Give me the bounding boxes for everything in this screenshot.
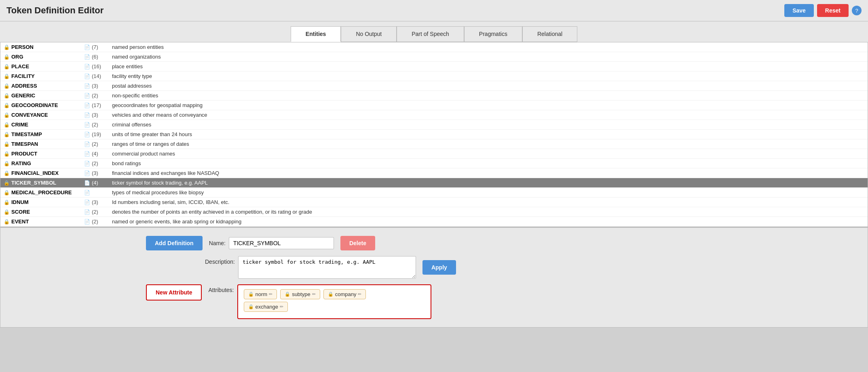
- attribute-row-1: 🔒 norm ✏ 🔒 subtype ✏ 🔒 company ✏: [244, 289, 425, 299]
- attr-lock-icon: 🔒: [248, 292, 254, 297]
- lock-icon: 🔒: [4, 151, 10, 157]
- entity-name: TICKER_SYMBOL: [11, 180, 84, 186]
- tab-pragmatics[interactable]: Pragmatics: [464, 26, 522, 42]
- lock-icon: 🔒: [4, 112, 10, 118]
- name-input[interactable]: [229, 237, 334, 249]
- save-button[interactable]: Save: [784, 4, 814, 17]
- entity-name: CONVEYANCE: [11, 112, 84, 118]
- entity-name: CRIME: [11, 122, 84, 128]
- attribute-row-2: 🔒 exchange ✏: [244, 302, 425, 312]
- bottom-row-inner-2: Description: Apply: [146, 256, 456, 279]
- table-row[interactable]: 🔒 TIMESTAMP 📄 (19) units of time greater…: [0, 130, 868, 139]
- entity-description: named organizations: [112, 54, 864, 60]
- bottom-row-2: Description: Apply: [0, 256, 868, 279]
- table-row[interactable]: 🔒 EVENT 📄 (2) named or generic events, l…: [0, 217, 868, 227]
- attr-name: subtype: [292, 291, 310, 297]
- entity-count: (3): [92, 83, 112, 89]
- entity-name: TIMESTAMP: [11, 131, 84, 137]
- entity-description: commercial product names: [112, 151, 864, 157]
- tab-relational[interactable]: Relational: [522, 26, 577, 42]
- attr-name: company: [335, 291, 357, 297]
- attributes-box: 🔒 norm ✏ 🔒 subtype ✏ 🔒 company ✏ 🔒 excha…: [237, 284, 431, 319]
- entity-description: geocoordinates for geospatial mapping: [112, 102, 864, 108]
- doc-icon: 📄: [84, 180, 90, 186]
- entity-description: postal addresses: [112, 83, 864, 89]
- reset-button[interactable]: Reset: [817, 4, 849, 17]
- entity-list[interactable]: 🔒 PERSON 📄 (7) named person entities 🔒 O…: [0, 42, 868, 227]
- doc-icon: 📄: [84, 122, 90, 128]
- attr-edit-icon[interactable]: ✏: [280, 304, 283, 309]
- bottom-row2-inner: New Attribute Attributes: 🔒 norm ✏ 🔒 sub…: [146, 284, 431, 319]
- help-button[interactable]: ?: [852, 6, 862, 15]
- entity-name: ADDRESS: [11, 83, 84, 89]
- table-row[interactable]: 🔒 PLACE 📄 (16) place entities: [0, 62, 868, 71]
- table-row[interactable]: 🔒 MEDICAL_PROCEDURE 📄 types of medical p…: [0, 188, 868, 198]
- tab-part-of-speech[interactable]: Part of Speech: [397, 26, 464, 42]
- entity-count: (4): [92, 180, 112, 186]
- table-row[interactable]: 🔒 IDNUM 📄 (3) Id numbers including seria…: [0, 198, 868, 207]
- tabs-bar: EntitiesNo OutputPart of SpeechPragmatic…: [0, 21, 868, 42]
- attribute-tag[interactable]: 🔒 company ✏: [323, 289, 366, 299]
- doc-icon: 📄: [84, 64, 90, 69]
- entity-count: (3): [92, 199, 112, 205]
- lock-icon: 🔒: [4, 103, 10, 108]
- entity-description: non-specific entities: [112, 92, 864, 99]
- table-row[interactable]: 🔒 PERSON 📄 (7) named person entities: [0, 42, 868, 52]
- entity-name: GEOCOORDINATE: [11, 102, 84, 108]
- doc-icon: 📄: [84, 132, 90, 137]
- attr-edit-icon[interactable]: ✏: [358, 292, 361, 297]
- lock-icon: 🔒: [4, 83, 10, 89]
- table-row[interactable]: 🔒 CONVEYANCE 📄 (3) vehicles and other me…: [0, 110, 868, 120]
- attr-edit-icon[interactable]: ✏: [312, 292, 316, 297]
- table-row[interactable]: 🔒 SCORE 📄 (2) denotes the number of poin…: [0, 207, 868, 217]
- attribute-tag[interactable]: 🔒 norm ✏: [244, 289, 277, 299]
- entity-name: MEDICAL_PROCEDURE: [11, 189, 84, 195]
- entity-description: Id numbers including serial, sim, ICCID,…: [112, 199, 864, 205]
- attribute-tag[interactable]: 🔒 exchange ✏: [244, 302, 288, 312]
- table-row[interactable]: 🔒 TIMESPAN 📄 (2) ranges of time or range…: [0, 139, 868, 149]
- entity-count: (2): [92, 209, 112, 215]
- entity-name: PRODUCT: [11, 151, 84, 157]
- main-area: 🔒 PERSON 📄 (7) named person entities 🔒 O…: [0, 42, 868, 372]
- entity-description: named person entities: [112, 44, 864, 50]
- attr-edit-icon[interactable]: ✏: [269, 292, 272, 297]
- doc-icon: 📄: [84, 200, 90, 205]
- table-row[interactable]: 🔒 FINANCIAL_INDEX 📄 (3) financial indice…: [0, 168, 868, 178]
- table-row[interactable]: 🔒 CRIME 📄 (2) criminal offenses: [0, 120, 868, 130]
- entity-count: (3): [92, 170, 112, 176]
- entity-count: (2): [92, 160, 112, 166]
- table-row[interactable]: 🔒 RATING 📄 (2) bond ratings: [0, 159, 868, 168]
- tab-entities[interactable]: Entities: [291, 26, 341, 42]
- tab-no-output[interactable]: No Output: [341, 26, 397, 42]
- lock-icon: 🔒: [4, 54, 10, 60]
- attr-lock-icon: 🔒: [328, 292, 334, 297]
- table-row[interactable]: 🔒 TICKER_SYMBOL 📄 (4) ticker symbol for …: [0, 178, 868, 188]
- attribute-tag[interactable]: 🔒 subtype ✏: [280, 289, 320, 299]
- entity-description: criminal offenses: [112, 122, 864, 128]
- add-definition-button[interactable]: Add Definition: [146, 236, 203, 250]
- entity-count: (4): [92, 151, 112, 157]
- entity-description: denotes the number of points an entity a…: [112, 209, 864, 215]
- new-attribute-button[interactable]: New Attribute: [146, 284, 202, 301]
- entity-count: (7): [92, 44, 112, 50]
- entity-count: (16): [92, 63, 112, 69]
- doc-icon: 📄: [84, 54, 90, 60]
- apply-button[interactable]: Apply: [422, 260, 456, 275]
- entity-description: place entities: [112, 63, 864, 69]
- attr-lock-icon: 🔒: [248, 304, 254, 309]
- table-row[interactable]: 🔒 PRODUCT 📄 (4) commercial product names: [0, 149, 868, 159]
- entity-count: (2): [92, 141, 112, 147]
- entity-count: (19): [92, 131, 112, 137]
- table-row[interactable]: 🔒 FACILITY 📄 (14) facility entity type: [0, 71, 868, 81]
- table-row[interactable]: 🔒 GEOCOORDINATE 📄 (17) geocoordinates fo…: [0, 101, 868, 110]
- description-textarea[interactable]: [238, 256, 416, 279]
- table-row[interactable]: 🔒 ORG 📄 (6) named organizations: [0, 52, 868, 62]
- table-row[interactable]: 🔒 GENERIC 📄 (2) non-specific entities: [0, 91, 868, 101]
- entity-description: bond ratings: [112, 160, 864, 166]
- table-row[interactable]: 🔒 ADDRESS 📄 (3) postal addresses: [0, 81, 868, 91]
- entity-count: (6): [92, 54, 112, 60]
- lock-icon: 🔒: [4, 141, 10, 147]
- lock-icon: 🔒: [4, 219, 10, 225]
- entity-count: (14): [92, 73, 112, 79]
- delete-button[interactable]: Delete: [340, 236, 375, 250]
